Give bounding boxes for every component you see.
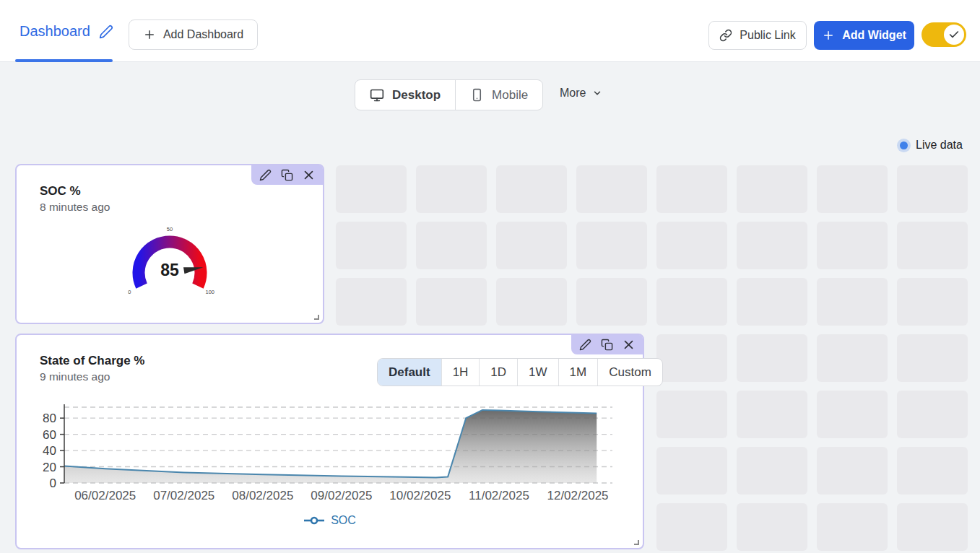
svg-text:11/02/2025: 11/02/2025 bbox=[469, 489, 529, 502]
widget-placeholder-cell bbox=[737, 334, 807, 382]
svg-text:85: 85 bbox=[160, 261, 179, 279]
widget-placeholder-cell bbox=[897, 503, 968, 551]
widget-placeholder-cell bbox=[897, 222, 968, 269]
widget-updated-timestamp: 8 minutes ago bbox=[40, 201, 323, 214]
widget-placeholder-cell bbox=[817, 222, 888, 269]
copy-icon[interactable] bbox=[281, 169, 293, 181]
resize-corner-icon[interactable] bbox=[631, 537, 640, 546]
range-tab-1w[interactable]: 1W bbox=[518, 359, 559, 386]
widget-placeholder-cell bbox=[897, 447, 968, 495]
svg-text:08/02/2025: 08/02/2025 bbox=[232, 489, 293, 502]
close-icon[interactable] bbox=[623, 339, 635, 351]
resize-corner-icon[interactable] bbox=[311, 312, 320, 321]
widget-placeholder-cell bbox=[817, 391, 888, 438]
range-tab-1h[interactable]: 1H bbox=[442, 359, 480, 386]
widget-title: SOC % bbox=[40, 184, 323, 199]
chart-legend: SOC bbox=[17, 514, 643, 527]
check-icon bbox=[948, 29, 960, 40]
widget-placeholder-cell bbox=[897, 278, 968, 326]
widget-placeholder-cell bbox=[737, 165, 807, 213]
widget-placeholder-cell bbox=[336, 222, 407, 269]
pencil-icon[interactable] bbox=[259, 169, 272, 181]
widget-placeholder-cell bbox=[496, 165, 567, 213]
widget-placeholder-cell bbox=[576, 165, 647, 213]
add-dashboard-button[interactable]: Add Dashboard bbox=[129, 19, 258, 50]
more-menu-button[interactable]: More bbox=[560, 87, 602, 100]
legend-label: SOC bbox=[331, 514, 356, 527]
legend-item-soc[interactable]: SOC bbox=[303, 514, 356, 527]
soc-gauge-chart: 05010085 bbox=[87, 218, 253, 310]
live-data-indicator: Live data bbox=[900, 139, 963, 152]
widget-placeholder-cell bbox=[897, 334, 968, 382]
svg-text:07/02/2025: 07/02/2025 bbox=[153, 489, 214, 502]
range-tab-1m[interactable]: 1M bbox=[559, 359, 599, 386]
widget-placeholder-cell bbox=[817, 278, 888, 326]
close-icon[interactable] bbox=[303, 169, 315, 181]
widget-placeholder-cell bbox=[416, 165, 487, 213]
mobile-view-button[interactable]: Mobile bbox=[455, 80, 542, 110]
svg-text:0: 0 bbox=[128, 289, 131, 295]
widget-placeholder-cell bbox=[656, 447, 727, 495]
widget-placeholder-cell bbox=[656, 503, 727, 551]
widget-placeholder-cell bbox=[897, 165, 968, 213]
widget-placeholder-cell bbox=[656, 222, 727, 269]
public-link-label: Public Link bbox=[740, 29, 795, 42]
plus-icon bbox=[822, 29, 835, 42]
line-dot-icon bbox=[303, 516, 325, 525]
svg-text:0: 0 bbox=[50, 476, 56, 490]
header-bar: Dashboard Add Dashboard Public Link Add … bbox=[0, 0, 980, 62]
widget-state-of-charge-chart: State of Charge % 9 minutes ago Default … bbox=[15, 334, 644, 549]
add-widget-button[interactable]: Add Widget bbox=[814, 21, 914, 50]
svg-text:80: 80 bbox=[43, 412, 56, 425]
widget-placeholder-cell bbox=[416, 278, 487, 326]
widget-placeholder-cell bbox=[416, 222, 487, 269]
state-of-charge-area-chart: 02040608006/02/202507/02/202508/02/20250… bbox=[17, 404, 646, 512]
widget-action-bar bbox=[571, 335, 643, 354]
svg-text:50: 50 bbox=[167, 226, 173, 232]
desktop-label: Desktop bbox=[392, 88, 441, 103]
widget-placeholder-cell bbox=[817, 503, 888, 551]
pencil-icon[interactable] bbox=[99, 25, 113, 39]
widget-placeholder-cell bbox=[817, 165, 888, 213]
widget-placeholder-cell bbox=[817, 447, 888, 495]
svg-text:10/02/2025: 10/02/2025 bbox=[389, 489, 451, 502]
widget-placeholder-cell bbox=[656, 391, 727, 438]
widget-placeholder-cell bbox=[897, 391, 968, 438]
toggle-knob bbox=[944, 25, 964, 45]
widget-placeholder-cell bbox=[656, 165, 727, 213]
live-data-label: Live data bbox=[916, 139, 963, 152]
widget-placeholder-cell bbox=[336, 165, 407, 213]
svg-text:40: 40 bbox=[43, 444, 56, 458]
add-dashboard-label: Add Dashboard bbox=[163, 28, 243, 41]
widget-placeholder-cell bbox=[817, 334, 888, 382]
edit-mode-toggle[interactable] bbox=[922, 22, 966, 47]
range-tab-1d[interactable]: 1D bbox=[480, 359, 518, 386]
monitor-icon bbox=[370, 88, 384, 103]
widget-placeholder-cell bbox=[336, 278, 407, 326]
mobile-label: Mobile bbox=[492, 88, 528, 103]
widget-placeholder-cell bbox=[656, 334, 727, 382]
widget-placeholder-cell bbox=[496, 222, 567, 269]
desktop-view-button[interactable]: Desktop bbox=[355, 80, 455, 110]
widget-placeholder-cell bbox=[576, 278, 647, 326]
smartphone-icon bbox=[470, 88, 484, 102]
widget-soc-gauge: SOC % 8 minutes ago 05010085 bbox=[15, 164, 324, 324]
pencil-icon[interactable] bbox=[579, 339, 591, 351]
range-tab-custom[interactable]: Custom bbox=[598, 359, 662, 386]
add-widget-label: Add Widget bbox=[842, 29, 906, 42]
public-link-button[interactable]: Public Link bbox=[708, 21, 807, 50]
link-icon bbox=[719, 29, 732, 42]
tab-dashboard[interactable]: Dashboard bbox=[19, 23, 113, 40]
widget-placeholder-cell bbox=[737, 503, 807, 551]
svg-text:06/02/2025: 06/02/2025 bbox=[74, 489, 136, 502]
active-tab-underline bbox=[15, 59, 113, 62]
widget-placeholder-cell bbox=[496, 278, 567, 326]
copy-icon[interactable] bbox=[601, 339, 613, 351]
range-tab-default[interactable]: Default bbox=[378, 359, 442, 386]
view-mode-switch: Desktop Mobile bbox=[355, 79, 543, 110]
widget-placeholder-cell bbox=[737, 391, 807, 438]
time-range-tabs: Default 1H 1D 1W 1M Custom bbox=[377, 358, 663, 386]
svg-text:100: 100 bbox=[205, 289, 214, 295]
plus-icon bbox=[143, 28, 156, 41]
widget-placeholder-cell bbox=[656, 278, 727, 326]
